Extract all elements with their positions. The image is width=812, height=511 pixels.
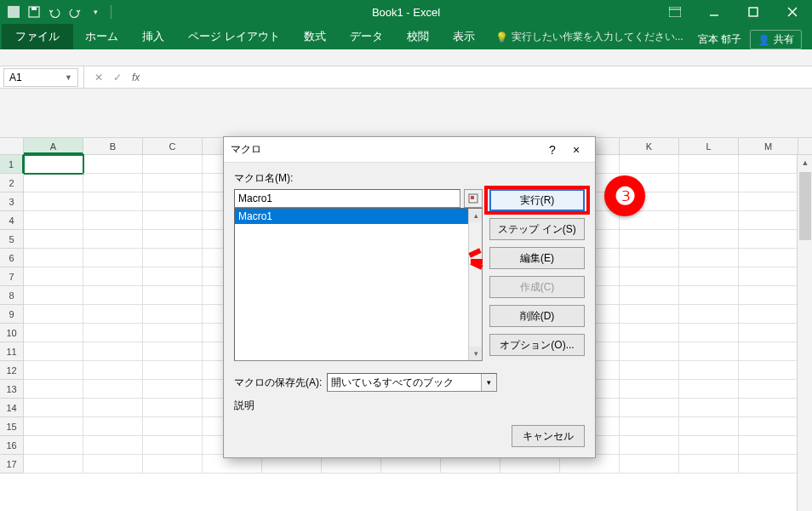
cell[interactable] bbox=[620, 380, 679, 399]
cell[interactable] bbox=[83, 174, 143, 192]
cell[interactable] bbox=[739, 192, 798, 211]
row-header[interactable]: 10 bbox=[0, 324, 24, 342]
cell[interactable] bbox=[679, 361, 739, 380]
cell[interactable] bbox=[83, 305, 143, 324]
cell[interactable] bbox=[24, 249, 83, 267]
qat-dropdown-icon[interactable]: ▾ bbox=[87, 3, 104, 20]
dialog-close-button[interactable]: × bbox=[564, 143, 588, 157]
row-header[interactable]: 16 bbox=[0, 436, 24, 455]
cell[interactable] bbox=[620, 249, 679, 267]
cell[interactable] bbox=[620, 399, 679, 417]
cell[interactable] bbox=[739, 155, 798, 174]
cell[interactable] bbox=[143, 230, 203, 249]
scroll-up-icon[interactable]: ▲ bbox=[798, 155, 812, 170]
cancel-formula-icon[interactable]: ✕ bbox=[89, 68, 108, 87]
row-header[interactable]: 5 bbox=[0, 230, 24, 249]
cell[interactable] bbox=[620, 324, 679, 342]
column-header[interactable]: L bbox=[679, 138, 739, 154]
scroll-up-icon[interactable]: ▴ bbox=[469, 209, 483, 222]
cell[interactable] bbox=[739, 230, 798, 249]
cell[interactable] bbox=[739, 436, 798, 455]
cell[interactable] bbox=[679, 417, 739, 436]
cell[interactable] bbox=[83, 286, 143, 305]
cell[interactable] bbox=[679, 455, 739, 474]
list-scrollbar[interactable]: ▴ ▾ bbox=[468, 209, 482, 360]
macro-name-input[interactable] bbox=[234, 189, 460, 208]
cell[interactable] bbox=[143, 305, 203, 324]
save-icon[interactable] bbox=[26, 3, 43, 20]
cell[interactable] bbox=[620, 361, 679, 380]
cell[interactable] bbox=[83, 455, 143, 474]
cell[interactable] bbox=[739, 211, 798, 230]
cell[interactable] bbox=[83, 436, 143, 455]
cell[interactable] bbox=[24, 361, 83, 380]
cell[interactable] bbox=[739, 305, 798, 324]
cell[interactable] bbox=[143, 286, 203, 305]
cell[interactable] bbox=[620, 417, 679, 436]
cell[interactable] bbox=[24, 455, 83, 474]
cell[interactable] bbox=[143, 436, 203, 455]
cell[interactable] bbox=[143, 380, 203, 399]
cell[interactable] bbox=[83, 249, 143, 267]
cell[interactable] bbox=[620, 305, 679, 324]
cell[interactable] bbox=[143, 417, 203, 436]
cell[interactable] bbox=[679, 155, 739, 174]
cell[interactable] bbox=[620, 286, 679, 305]
cell[interactable] bbox=[739, 399, 798, 417]
scroll-thumb[interactable] bbox=[799, 172, 811, 240]
fx-icon[interactable]: fx bbox=[132, 72, 140, 83]
cell[interactable] bbox=[83, 361, 143, 380]
select-all-corner[interactable] bbox=[0, 138, 24, 154]
cell[interactable] bbox=[24, 174, 83, 192]
scroll-down-icon[interactable]: ▾ bbox=[469, 347, 483, 360]
cell[interactable] bbox=[620, 267, 679, 286]
column-header[interactable]: C bbox=[143, 138, 203, 154]
row-header[interactable]: 4 bbox=[0, 211, 24, 230]
cell[interactable] bbox=[620, 436, 679, 455]
enter-formula-icon[interactable]: ✓ bbox=[108, 68, 127, 87]
cell[interactable] bbox=[679, 211, 739, 230]
maximize-button[interactable] bbox=[734, 0, 773, 24]
cell[interactable] bbox=[83, 211, 143, 230]
macro-list-item[interactable]: Macro1 bbox=[235, 209, 482, 224]
cell[interactable] bbox=[143, 455, 203, 474]
cell[interactable] bbox=[143, 361, 203, 380]
cell[interactable] bbox=[24, 417, 83, 436]
run-button[interactable]: 実行(R) bbox=[489, 189, 585, 211]
cell[interactable] bbox=[679, 192, 739, 211]
cell[interactable] bbox=[143, 399, 203, 417]
cell[interactable] bbox=[739, 455, 798, 474]
cell[interactable] bbox=[83, 192, 143, 211]
row-header[interactable]: 13 bbox=[0, 380, 24, 399]
row-header[interactable]: 7 bbox=[0, 267, 24, 286]
cell[interactable] bbox=[24, 305, 83, 324]
cell[interactable] bbox=[143, 324, 203, 342]
row-header[interactable]: 3 bbox=[0, 192, 24, 211]
cell[interactable] bbox=[143, 267, 203, 286]
cell[interactable] bbox=[620, 455, 679, 474]
cell[interactable] bbox=[24, 267, 83, 286]
step-in-button[interactable]: ステップ イン(S) bbox=[489, 218, 585, 240]
cell[interactable] bbox=[679, 305, 739, 324]
cell[interactable] bbox=[83, 324, 143, 342]
tab-review[interactable]: 校閲 bbox=[395, 24, 441, 49]
column-header[interactable]: B bbox=[83, 138, 143, 154]
row-header[interactable]: 2 bbox=[0, 174, 24, 192]
dialog-help-button[interactable]: ? bbox=[540, 143, 564, 157]
cell[interactable] bbox=[143, 155, 203, 174]
row-header[interactable]: 12 bbox=[0, 361, 24, 380]
cell[interactable] bbox=[24, 324, 83, 342]
column-header[interactable]: K bbox=[620, 138, 679, 154]
row-header[interactable]: 1 bbox=[0, 155, 24, 174]
cancel-button[interactable]: キャンセル bbox=[512, 425, 585, 447]
cell[interactable] bbox=[620, 155, 679, 174]
tab-data[interactable]: データ bbox=[338, 24, 395, 49]
cell[interactable] bbox=[83, 230, 143, 249]
cell[interactable] bbox=[24, 192, 83, 211]
cell[interactable] bbox=[679, 286, 739, 305]
tab-formulas[interactable]: 数式 bbox=[292, 24, 338, 49]
tab-pagelayout[interactable]: ページ レイアウト bbox=[176, 24, 292, 49]
cell[interactable] bbox=[143, 249, 203, 267]
vertical-scrollbar[interactable]: ▲ bbox=[797, 155, 812, 511]
cell[interactable] bbox=[679, 174, 739, 192]
